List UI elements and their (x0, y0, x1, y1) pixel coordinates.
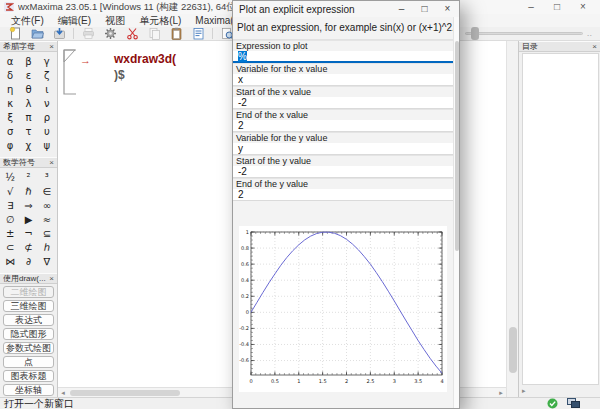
math-symbol-button[interactable]: ⇒ (19, 198, 37, 212)
greek-letter-button[interactable]: ψ (38, 138, 56, 152)
draw-command-button[interactable]: 点 (3, 356, 54, 368)
greek-letter-button[interactable]: υ (38, 124, 56, 138)
toc-content[interactable] (522, 53, 599, 385)
greek-letter-button[interactable]: α (1, 54, 19, 68)
draw-command-button[interactable]: 图表标题 (3, 370, 54, 382)
greek-letter-button[interactable]: λ (19, 96, 37, 110)
maximize-button[interactable]: □ (413, 1, 436, 17)
field-input[interactable]: 2 (233, 120, 455, 132)
field-input[interactable]: -2 (233, 166, 455, 178)
field-input[interactable]: 2 (233, 189, 455, 201)
text-style-icon[interactable] (187, 27, 209, 40)
greek-letter-button[interactable]: χ (19, 138, 37, 152)
greek-letter-button[interactable]: π (19, 110, 37, 124)
draw-button-list: 二维绘图三维绘图表达式隐式图形参数式绘图点图表标题坐标轴 (0, 284, 57, 397)
greek-letter-button[interactable]: γ (38, 54, 56, 68)
vertical-scrollbar[interactable] (506, 41, 518, 397)
menu-item[interactable]: 文件(F) (4, 14, 51, 28)
math-symbol-button[interactable]: ∞ (38, 198, 56, 212)
close-icon[interactable]: × (592, 42, 597, 51)
paste-clipboard-icon[interactable] (165, 27, 187, 40)
dialog-scrollbar[interactable] (453, 17, 459, 408)
preferences-gear-icon[interactable] (99, 27, 121, 40)
cut-scissors-icon[interactable] (121, 27, 143, 40)
toolbar-overflow-icon[interactable]: ‥ (587, 29, 592, 38)
greek-letter-button[interactable]: η (1, 82, 19, 96)
dialog-field: Variable for the y value y (233, 132, 455, 155)
close-icon[interactable]: × (49, 274, 54, 283)
greek-letter-button[interactable]: κ (1, 96, 19, 110)
scrollbar-thumb[interactable] (509, 327, 517, 373)
print-icon[interactable] (77, 27, 99, 40)
code-line-1[interactable]: wxdraw3d( (114, 52, 176, 66)
greek-letter-button[interactable]: ν (38, 96, 56, 110)
greek-letter-button[interactable]: ι (38, 82, 56, 96)
menu-item[interactable]: 视图 (98, 14, 132, 28)
greek-letter-button[interactable]: φ (1, 138, 19, 152)
math-symbol-button[interactable]: ℎ (38, 240, 56, 254)
math-symbol-button[interactable]: ≈ (38, 212, 56, 226)
close-icon[interactable]: × (49, 158, 54, 167)
greek-letter-button[interactable]: ξ (1, 110, 19, 124)
scroll-right-icon[interactable]: ▸ (522, 387, 526, 395)
field-input[interactable]: x (233, 74, 455, 86)
math-symbol-button[interactable]: ∂ (19, 254, 37, 268)
math-symbol-button[interactable]: ∃ (1, 198, 19, 212)
math-symbol-button[interactable]: ℏ (19, 184, 37, 198)
slider-handle[interactable] (471, 27, 479, 40)
svg-text:0.4: 0.4 (241, 277, 249, 283)
menu-item[interactable]: 单元格(L) (132, 14, 188, 28)
draw-command-button[interactable]: 参数式绘图 (3, 342, 54, 354)
minimize-button[interactable]: – (390, 1, 413, 17)
draw-command-button[interactable]: 三维绘图 (3, 300, 54, 312)
field-input[interactable]: y (233, 143, 455, 155)
copy-icon[interactable] (143, 27, 165, 40)
open-file-icon[interactable] (26, 27, 48, 40)
math-symbol-button[interactable]: ⊂ (1, 240, 19, 254)
math-symbol-button[interactable]: ∇ (38, 254, 56, 268)
greek-letter-button[interactable]: τ (19, 124, 37, 138)
math-symbol-button[interactable]: √ (1, 184, 19, 198)
math-symbol-button[interactable]: ∅ (1, 212, 19, 226)
greek-letter-button[interactable]: δ (1, 68, 19, 82)
math-symbol-button[interactable]: ▶ (19, 212, 37, 226)
cell-bracket[interactable] (63, 49, 77, 95)
math-symbol-button[interactable]: ± (1, 226, 19, 240)
math-symbol-button[interactable]: ∈ (38, 184, 56, 198)
scroll-right-icon[interactable]: ▸ (496, 389, 506, 397)
greek-letter-button[interactable]: β (19, 54, 37, 68)
math-symbol-button[interactable]: ¬ (19, 226, 37, 240)
greek-letter-button[interactable]: σ (1, 124, 19, 138)
draw-command-button[interactable]: 表达式 (3, 314, 54, 326)
close-icon[interactable]: × (49, 42, 54, 51)
close-button[interactable]: × (436, 1, 459, 17)
code-line-2[interactable]: )$ (114, 68, 125, 82)
new-document-icon[interactable] (4, 27, 26, 40)
draw-command-button[interactable]: 二维绘图 (3, 286, 54, 298)
math-symbol-button[interactable]: ⊆ (38, 226, 56, 240)
greek-letter-button[interactable]: ρ (38, 110, 56, 124)
math-symbol-button[interactable]: ⊄ (19, 240, 37, 254)
animation-slider[interactable] (465, 27, 583, 40)
minimize-button[interactable]: – (518, 0, 544, 14)
scroll-left-icon[interactable]: ◂ (58, 389, 68, 397)
math-symbol-button[interactable]: ⋈ (1, 254, 19, 268)
math-symbol-button[interactable]: ² (19, 170, 37, 184)
greek-letter-button[interactable]: θ (19, 82, 37, 96)
math-symbol-button[interactable]: ½ (1, 170, 19, 184)
math-symbol-button[interactable]: ³ (38, 170, 56, 184)
scrollbar-thumb[interactable] (455, 41, 459, 251)
save-icon[interactable] (48, 27, 70, 40)
input-prompt: → (80, 54, 91, 66)
close-button[interactable]: × (570, 0, 596, 14)
maximize-button[interactable]: □ (544, 0, 570, 14)
greek-letter-button[interactable]: ε (19, 68, 37, 82)
scrollbar-thumb[interactable] (70, 390, 180, 396)
field-label: Variable for the y value (233, 132, 455, 143)
field-input[interactable]: % (233, 51, 455, 63)
draw-command-button[interactable]: 隐式图形 (3, 328, 54, 340)
greek-letter-button[interactable]: ζ (38, 68, 56, 82)
menu-item[interactable]: 编辑(E) (51, 14, 98, 28)
field-input[interactable]: -2 (233, 97, 455, 109)
draw-command-button[interactable]: 坐标轴 (3, 384, 54, 396)
